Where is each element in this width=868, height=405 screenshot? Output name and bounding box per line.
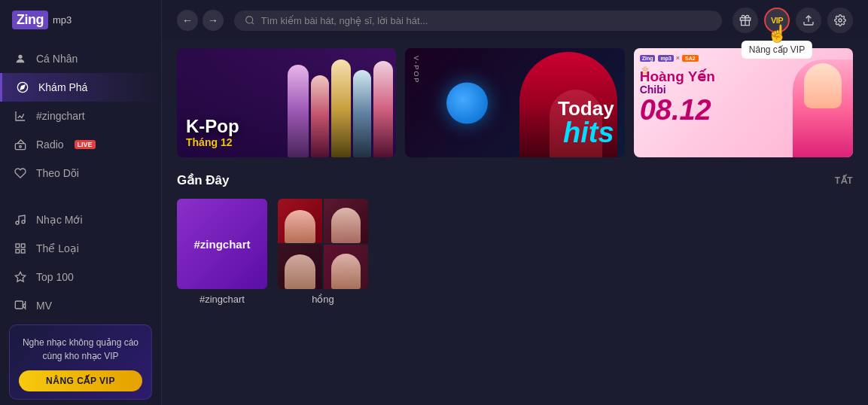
svg-rect-3 (15, 144, 25, 150)
sidebar-item-top-100[interactable]: Top 100 (0, 263, 161, 291)
nav-secondary: Nhạc Mới Thể Loại Top 100 MV (0, 201, 161, 324)
chart-icon (14, 109, 27, 123)
nav-primary: Cá Nhân Khám Phá #zingchart Radio LIVE (0, 40, 161, 192)
kpop-subtitle: Tháng 12 (186, 136, 239, 148)
svg-point-0 (18, 55, 22, 59)
logo-zing: Zing (12, 11, 48, 29)
sidebar-item-ca-nhan[interactable]: Cá Nhân (0, 44, 161, 73)
hong-thumb (278, 199, 368, 289)
zingchart-thumb: #zingchart (177, 199, 267, 289)
sidebar-item-the-loai[interactable]: Thể Loại (0, 234, 161, 263)
hits-text: Today hits (558, 99, 614, 147)
gift-icon (739, 14, 751, 26)
banner-hoang-yen[interactable]: Zing mp3 × SA2 🎂 Hoàng Yến Chibi 08.12 (634, 48, 853, 157)
vip-upgrade-button[interactable]: VIP ☝️ Nâng cấp VIP (764, 8, 790, 33)
sidebar-item-zingchart[interactable]: #zingchart (0, 102, 161, 130)
recently-section-header: Gần Đây TẤT (177, 172, 853, 188)
sidebar-label-kham-pha: Khám Phá (38, 81, 87, 93)
vip-banner-text: Nghe nhạc không quảng cáo cùng kho nhạc … (19, 336, 142, 363)
video-icon (14, 299, 27, 312)
vip-tooltip: Nâng cấp VIP (742, 41, 812, 59)
vpop-label: V-POP (413, 56, 420, 84)
svg-point-6 (22, 221, 25, 224)
hong-cell-4 (324, 245, 368, 289)
sidebar-item-nhac-moi[interactable]: Nhạc Mới (0, 206, 161, 234)
vip-tooltip-text: Nâng cấp VIP (749, 44, 805, 55)
nav-arrows: ← → (177, 10, 224, 31)
times-sign: × (676, 54, 680, 62)
search-bar (234, 11, 722, 31)
sidebar-label-zingchart: #zingchart (36, 110, 85, 122)
sidebar-label-top-100: Top 100 (36, 271, 74, 283)
hoang-yen-name: Hoàng Yến (640, 69, 800, 84)
sidebar-label-ca-nhan: Cá Nhân (36, 53, 78, 65)
banner-today-hits[interactable]: V-POP Today hits (405, 48, 624, 157)
hong-cell-2 (324, 199, 368, 243)
main-content: ← → VIP ☝️ Nâng cấp VIP (162, 0, 868, 405)
banner-kpop[interactable]: K-Pop Tháng 12 (177, 48, 396, 157)
hong-cell-3 (278, 245, 322, 289)
card-zingchart[interactable]: #zingchart #zingchart (177, 199, 267, 305)
sidebar-label-theo-doi: Theo Dõi (36, 167, 79, 179)
gift-button[interactable] (732, 8, 758, 33)
search-input[interactable] (261, 15, 711, 26)
zingchart-card-label: #zingchart (177, 294, 267, 305)
star-icon (14, 270, 27, 284)
banner-logos: Zing mp3 × SA2 (640, 54, 699, 62)
upgrade-vip-button[interactable]: NÂNG CẤP VIP (19, 370, 142, 391)
svg-marker-11 (15, 272, 25, 282)
svg-marker-2 (20, 85, 25, 90)
mp3-logo-small: mp3 (658, 55, 673, 62)
sidebar-label-mv: MV (36, 300, 52, 312)
grid-icon (14, 242, 27, 255)
sa2-logo: SA2 (682, 55, 699, 62)
settings-icon (834, 14, 846, 26)
sidebar-item-radio[interactable]: Radio LIVE (0, 130, 161, 159)
sidebar-item-theo-doi[interactable]: Theo Dõi (0, 159, 161, 187)
user-icon (14, 52, 27, 65)
sidebar-label-radio: Radio (36, 139, 64, 151)
hy-date: 08.12 (640, 96, 800, 124)
svg-rect-9 (16, 249, 20, 253)
back-button[interactable]: ← (177, 10, 198, 31)
logo-area: Zing mp3 (0, 0, 161, 40)
zing-logo-small: Zing (640, 55, 656, 62)
card-hong[interactable]: hồng (278, 199, 368, 305)
sidebar-label-the-loai: Thể Loại (36, 242, 79, 254)
upload-icon (803, 14, 815, 26)
svg-rect-8 (21, 244, 25, 248)
recently-cards: #zingchart #zingchart (177, 199, 853, 305)
zingchart-card-text: #zingchart (193, 238, 250, 251)
vip-icon: VIP (771, 16, 783, 25)
vip-promotion-banner: Nghe nhạc không quảng cáo cùng kho nhạc … (9, 324, 152, 400)
logo-mp3: mp3 (53, 14, 72, 26)
sidebar-item-mv[interactable]: MV (0, 291, 161, 320)
forward-button[interactable]: → (203, 10, 224, 31)
svg-rect-7 (16, 244, 20, 248)
music-icon (14, 213, 27, 227)
upload-button[interactable] (796, 8, 821, 33)
hong-card-label: hồng (278, 294, 368, 305)
topbar-actions: VIP ☝️ Nâng cấp VIP (732, 8, 853, 33)
live-badge: LIVE (75, 140, 96, 149)
see-all-button[interactable]: TẤT (835, 175, 853, 186)
topbar: ← → VIP ☝️ Nâng cấp VIP (162, 0, 868, 41)
svg-point-5 (16, 221, 19, 224)
banner-kpop-text: K-Pop Tháng 12 (186, 117, 239, 148)
svg-rect-10 (21, 249, 25, 253)
hy-person (793, 59, 853, 157)
sidebar-item-kham-pha[interactable]: Khám Phá (0, 73, 161, 102)
svg-rect-12 (15, 301, 23, 309)
sidebar: Zing mp3 Cá Nhân Khám Phá #zingchart (0, 0, 162, 405)
settings-button[interactable] (827, 8, 853, 33)
svg-point-16 (839, 19, 842, 22)
hits-label: hits (558, 118, 614, 147)
compass-icon (16, 81, 29, 94)
svg-point-4 (20, 145, 22, 148)
hoang-yen-name-area: Hoàng Yến Chibi 08.12 (640, 69, 800, 124)
kpop-title: K-Pop (186, 117, 239, 136)
sidebar-label-nhac-moi: Nhạc Mới (36, 214, 83, 226)
content-area: K-Pop Tháng 12 V-POP Toda (162, 41, 868, 405)
svg-point-14 (246, 17, 253, 23)
heart-icon (14, 166, 27, 180)
